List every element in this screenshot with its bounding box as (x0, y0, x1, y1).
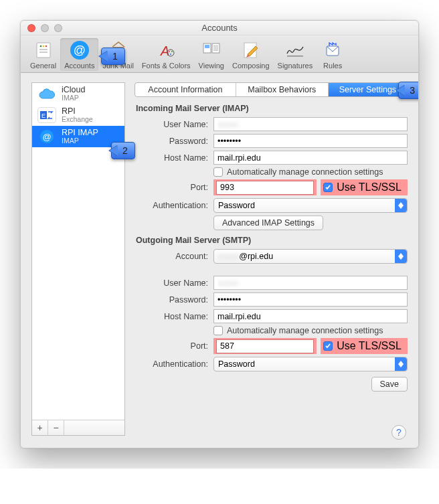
incoming-hostname-label: Host Name: (135, 153, 213, 163)
toolbar-composing[interactable]: Composing (228, 38, 274, 71)
signatures-icon (283, 39, 307, 61)
titlebar: Accounts (21, 21, 418, 35)
incoming-username-field[interactable] (213, 117, 408, 131)
main-panel: Account Information Mailbox Behaviors Se… (135, 82, 408, 436)
sidebar-item-rpi-exchange[interactable]: E RPI Exchange (32, 104, 124, 126)
incoming-password-field[interactable] (213, 134, 408, 148)
toolbar-viewing[interactable]: Viewing (195, 38, 228, 71)
zoom-button[interactable] (54, 24, 62, 32)
svg-text:E: E (41, 112, 46, 119)
svg-point-5 (45, 46, 47, 48)
svg-rect-15 (205, 45, 209, 48)
viewing-icon (199, 39, 224, 61)
accounts-sidebar: iCloud IMAP E RPI Exchange (31, 82, 125, 436)
composing-icon (239, 39, 263, 61)
incoming-automanage-label: Automatically manage connection settings (227, 167, 383, 177)
outgoing-password-label: Password: (135, 295, 213, 305)
toolbar-rules[interactable]: Rules (317, 38, 349, 71)
imap-icon: @ (37, 129, 56, 145)
sidebar-footer: + − (32, 420, 124, 435)
outgoing-automanage-row[interactable]: Automatically manage connection settings (213, 326, 408, 335)
advanced-imap-settings-button[interactable]: Advanced IMAP Settings (213, 216, 323, 230)
outgoing-port-label: Port: (135, 341, 213, 351)
outgoing-section-title: Outgoing Mail Server (SMTP) (136, 236, 408, 245)
help-button[interactable]: ? (391, 425, 406, 440)
outgoing-account-label: Account: (135, 252, 213, 261)
incoming-auth-label: Authentication: (135, 201, 213, 210)
outgoing-password-field[interactable] (213, 292, 408, 307)
svg-point-4 (42, 46, 44, 48)
svg-text:@: @ (42, 132, 51, 142)
updown-icon (395, 199, 407, 212)
toolbar-signatures[interactable]: Signatures (274, 38, 317, 71)
save-button[interactable]: Save (371, 377, 408, 392)
incoming-tls-checkbox[interactable] (323, 183, 333, 192)
add-account-button[interactable]: + (32, 420, 48, 435)
minimize-button[interactable] (41, 24, 49, 32)
checkbox-unchecked-icon[interactable] (213, 167, 223, 177)
body: iCloud IMAP E RPI Exchange (21, 73, 418, 448)
outgoing-tls-label: Use TLS/SSL (337, 340, 402, 352)
toolbar-fonts-colors[interactable]: A Fonts & Colors (138, 38, 195, 71)
svg-point-13 (170, 54, 171, 55)
fonts-colors-icon: A (154, 39, 178, 61)
general-icon (31, 39, 56, 61)
callout-2: 2 (111, 142, 135, 159)
sidebar-item-sublabel: IMAP (62, 94, 85, 102)
svg-rect-18 (213, 48, 218, 49)
checkbox-unchecked-icon[interactable] (213, 326, 223, 335)
outgoing-auth-select[interactable]: Password (213, 357, 408, 371)
updown-icon (395, 357, 407, 371)
sidebar-item-icloud[interactable]: iCloud IMAP (32, 83, 124, 104)
outgoing-hostname-label: Host Name: (135, 312, 213, 321)
incoming-section-title: Incoming Mail Server (IMAP) (136, 104, 408, 113)
incoming-username-label: User Name: (135, 120, 213, 129)
svg-rect-17 (213, 46, 218, 47)
svg-rect-2 (39, 52, 48, 53)
outgoing-auth-label: Authentication: (135, 359, 213, 369)
rules-icon (321, 39, 345, 61)
sidebar-item-sublabel: Exchange (62, 116, 93, 123)
sidebar-item-sublabel: IMAP (62, 137, 98, 145)
window-controls (27, 24, 62, 32)
incoming-password-label: Password: (135, 137, 213, 146)
outgoing-port-field[interactable] (216, 339, 314, 353)
accounts-icon: @ (68, 39, 92, 61)
outgoing-hostname-field[interactable] (213, 309, 408, 323)
callout-1: 1 (101, 48, 125, 65)
outgoing-username-field[interactable] (213, 276, 408, 290)
svg-point-12 (171, 51, 173, 52)
callout-3: 3 (398, 82, 419, 99)
svg-point-3 (39, 46, 41, 48)
incoming-port-field[interactable] (216, 181, 314, 195)
accounts-list: iCloud IMAP E RPI Exchange (32, 83, 124, 420)
outgoing-account-select[interactable]: xxxxx@rpi.edu (213, 249, 408, 264)
exchange-icon: E (37, 107, 56, 123)
svg-rect-21 (287, 56, 303, 57)
preferences-toolbar: General @ Accounts Junk Mail (21, 35, 418, 73)
remove-account-button[interactable]: − (48, 420, 64, 435)
accounts-preferences-window: Accounts General @ (20, 20, 419, 448)
svg-text:@: @ (74, 44, 86, 57)
incoming-tls-label: Use TLS/SSL (337, 181, 402, 193)
outgoing-username-label: User Name: (135, 278, 213, 288)
toolbar-general[interactable]: General (26, 38, 60, 71)
incoming-auth-select[interactable]: Password (213, 198, 408, 213)
outgoing-automanage-label: Automatically manage connection settings (227, 326, 383, 335)
icloud-icon (37, 86, 56, 102)
tabbar: Account Information Mailbox Behaviors Se… (135, 82, 408, 97)
svg-rect-19 (213, 50, 218, 51)
incoming-automanage-row[interactable]: Automatically manage connection settings (213, 167, 408, 177)
tab-mailbox-behaviors[interactable]: Mailbox Behaviors (236, 83, 329, 96)
outgoing-tls-checkbox[interactable] (323, 341, 333, 351)
window-title: Accounts (21, 23, 418, 33)
svg-point-11 (169, 51, 170, 52)
toolbar-accounts[interactable]: @ Accounts (60, 38, 98, 71)
close-button[interactable] (27, 24, 35, 32)
incoming-port-label: Port: (135, 183, 213, 192)
tab-account-information[interactable]: Account Information (135, 83, 236, 96)
updown-icon (395, 250, 407, 263)
svg-rect-1 (39, 49, 48, 50)
incoming-hostname-field[interactable] (213, 151, 408, 165)
